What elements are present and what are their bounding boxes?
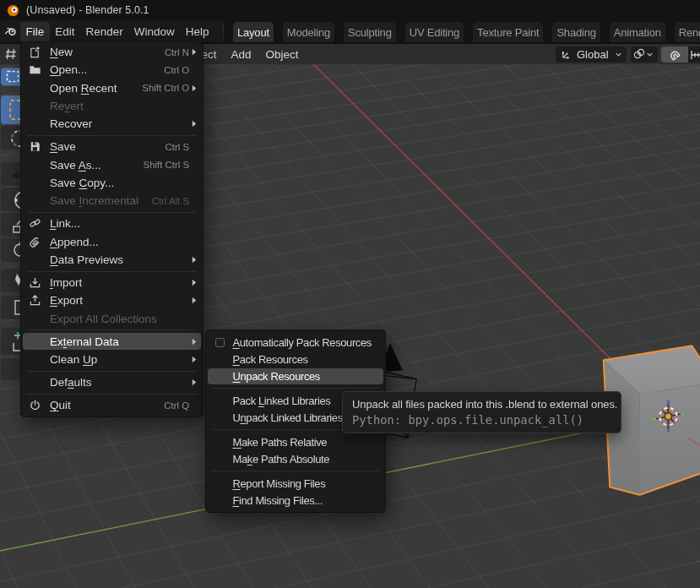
tool-select-active-button[interactable]: [1, 95, 22, 124]
menu-render[interactable]: Render: [80, 22, 128, 41]
menu-item-new[interactable]: NewCtrl N: [21, 43, 203, 61]
menu-item-export-all-collections: Export All Collections: [21, 310, 203, 328]
window-title: (Unsaved) - Blender 5.0.1: [26, 4, 149, 16]
menu-item-save[interactable]: SaveCtrl S: [21, 138, 203, 155]
floppy-icon: [29, 140, 50, 153]
menu-help[interactable]: Help: [180, 22, 214, 41]
menu-item-pack-resources[interactable]: Pack Resources: [206, 351, 385, 368]
menu-window[interactable]: Window: [128, 22, 180, 41]
menu-item-report-missing-files[interactable]: Report Missing Files: [206, 475, 385, 492]
viewport-header-controls: Global: [551, 46, 700, 63]
tool-add-cube-button[interactable]: [1, 328, 22, 355]
menu-icon-spacer: [29, 82, 50, 95]
viewport-menu-add[interactable]: Add: [224, 48, 258, 61]
submenu-arrow-spacer: [189, 197, 197, 205]
workspace-tab-layout[interactable]: Layout: [233, 22, 274, 42]
menu-item-save-copy[interactable]: Save Copy...: [21, 174, 203, 192]
toolbar: [0, 64, 22, 385]
submenu-arrow-spacer: [189, 143, 197, 151]
menu-item-label: Automatically Pack Resources: [233, 336, 372, 349]
menu-item-make-paths-absolute[interactable]: Make Paths Absolute: [206, 450, 385, 467]
folder-icon: [29, 63, 50, 76]
menu-item-open[interactable]: Open...Ctrl O: [21, 61, 203, 79]
menu-item-label: Export All Collections: [50, 313, 157, 325]
tool-annotate-button[interactable]: [1, 269, 22, 292]
viewport-menu-object[interactable]: Object: [258, 48, 306, 61]
checkbox[interactable]: [215, 336, 233, 349]
topbar: File Edit Render Window Help LayoutModel…: [0, 20, 700, 42]
submenu-arrow-icon: [189, 378, 197, 387]
link-icon: [29, 217, 50, 230]
menu-item-label: Append...: [50, 236, 99, 248]
tool-rotate-button[interactable]: [1, 188, 22, 211]
menu-item-link[interactable]: Link...: [21, 215, 203, 232]
menu-item-label: Link...: [50, 217, 80, 230]
menu-icon-spacer: [29, 159, 50, 172]
blender-menu-icon[interactable]: [4, 26, 18, 36]
submenu-arrow-spacer: [189, 179, 197, 188]
blender-logo-icon: [7, 4, 19, 17]
menu-edit[interactable]: Edit: [50, 22, 80, 41]
transform-orientation-dropdown[interactable]: Global: [556, 46, 627, 63]
menu-item-recover[interactable]: Recover: [21, 115, 203, 133]
workspace-tab-sculpting[interactable]: Sculpting: [344, 22, 396, 42]
submenu-arrow-icon: [189, 297, 197, 305]
menu-item-shortcut: Ctrl Q: [164, 400, 189, 411]
menu-icon-spacer: [29, 177, 50, 189]
menu-icon-spacer: [29, 253, 50, 266]
menu-item-open-recent[interactable]: Open RecentShift Ctrl O: [21, 79, 203, 97]
menu-item-find-missing-files[interactable]: Find Missing Files...: [206, 492, 385, 509]
tool-transform-button[interactable]: [1, 238, 22, 262]
submenu-arrow-spacer: [372, 355, 379, 363]
append-icon: [29, 236, 50, 248]
menu-file[interactable]: File: [20, 22, 50, 41]
tooltip-text: Unpack all files packed into this .blend…: [352, 398, 621, 411]
tool-select-box-button[interactable]: [1, 68, 22, 86]
file-new-icon: [29, 46, 50, 58]
tool-cursor-button[interactable]: [1, 126, 22, 150]
menu-item-label: Pack Linked Libraries: [233, 395, 331, 407]
tool-scale-button[interactable]: [1, 213, 22, 237]
menu-item-unpack-resources[interactable]: Unpack Resources: [206, 368, 385, 384]
workspace-tab-modeling[interactable]: Modeling: [283, 22, 334, 42]
menu-item-clean-up[interactable]: Clean Up: [21, 351, 203, 368]
menu-item-make-paths-relative[interactable]: Make Paths Relative: [206, 433, 385, 450]
menu-item-quit[interactable]: QuitCtrl Q: [21, 396, 203, 414]
transform-orientation-icon: [561, 49, 572, 60]
tool-extra-button[interactable]: [1, 358, 22, 380]
menu-item-automatically-pack-resources[interactable]: Automatically Pack Resources: [206, 334, 385, 351]
tool-measure-button[interactable]: [1, 296, 22, 319]
power-icon: [29, 399, 50, 411]
workspace-tab-texture-paint[interactable]: Texture Paint: [473, 22, 543, 42]
menu-item-label: Recover: [50, 117, 92, 130]
menu-item-label: Defaults: [50, 376, 92, 389]
tool-move-button[interactable]: [1, 162, 22, 186]
menu-item-shortcut: Shift Ctrl S: [144, 160, 189, 170]
menu-item-label: New: [50, 46, 73, 58]
submenu-arrow-spacer: [189, 102, 197, 111]
pivot-point-dropdown[interactable]: [631, 46, 658, 63]
menu-item-import[interactable]: Import: [21, 274, 203, 291]
menu-item-label: Make Paths Relative: [233, 436, 328, 449]
menu-item-label: Unpack Linked Libraries: [233, 411, 343, 424]
viewport-menus: ect Add Object: [194, 44, 306, 64]
menu-icon-spacer: [215, 436, 233, 449]
editor-type-icon[interactable]: [4, 47, 19, 61]
menu-item-append[interactable]: Append...: [21, 233, 203, 251]
snap-target-dropdown[interactable]: [688, 46, 700, 63]
menu-item-label: Open...: [50, 63, 87, 76]
workspace-tab-rendering[interactable]: Rendering: [675, 22, 700, 42]
menu-item-save-as[interactable]: Save As...Shift Ctrl S: [21, 156, 203, 174]
submenu-arrow-spacer: [372, 496, 379, 504]
menu-item-export[interactable]: Export: [21, 291, 203, 309]
menu-icon-spacer: [215, 370, 233, 383]
workspace-tab-uv-editing[interactable]: UV Editing: [405, 22, 464, 42]
snap-toggle-button[interactable]: [661, 46, 689, 63]
menu-item-data-previews[interactable]: Data Previews: [21, 251, 203, 269]
workspace-tab-shading[interactable]: Shading: [552, 22, 600, 42]
menu-item-external-data[interactable]: External Data: [21, 333, 203, 351]
blender-window: (Unsaved) - Blender 5.0.1 File Edit Rend…: [0, 0, 700, 588]
menu-item-label: Find Missing Files...: [233, 494, 323, 507]
menu-item-defaults[interactable]: Defaults: [21, 373, 203, 391]
workspace-tab-animation[interactable]: Animation: [610, 22, 665, 42]
